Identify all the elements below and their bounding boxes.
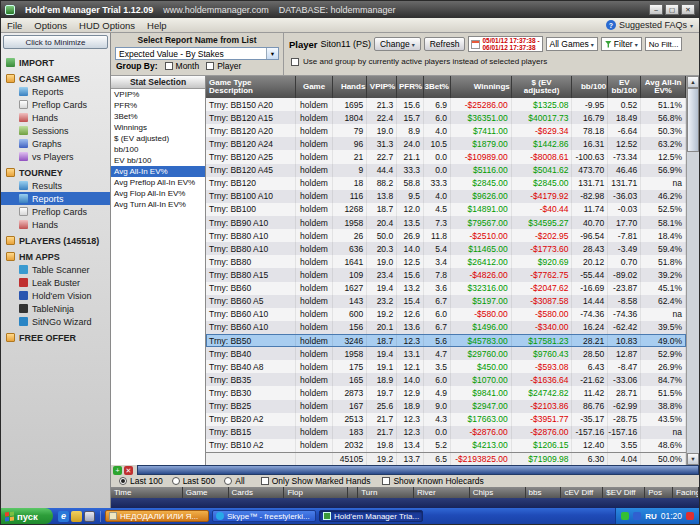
sidebar-section-free-offer[interactable]: FREE OFFER (1, 331, 110, 344)
table-row[interactable]: Trny: BB60 A10holdem15620.113.66.7$1496.… (206, 321, 686, 334)
sidebar-item-sitngo-wizard[interactable]: SitNGo Wizard (1, 315, 110, 328)
stat-item-avg-preflop-all-in-ev[interactable]: Avg Preflop All-In EV% (111, 177, 205, 188)
show-desktop-icon[interactable] (84, 511, 95, 522)
sidebar-item-preflop-cards[interactable]: Preflop Cards (1, 98, 110, 111)
table-row[interactable]: Trny: BB120 A45holdem944.433.30.0$5116.0… (206, 164, 686, 177)
table-row[interactable]: Trny: BB50holdem324618.712.35.6$45783.00… (206, 334, 686, 347)
scroll-up-icon[interactable]: ▲ (687, 76, 699, 88)
table-row[interactable]: Trny: BB100 A10holdem11613.89.54.0$9626.… (206, 190, 686, 203)
column-header-pfr[interactable]: PFR% (397, 76, 424, 98)
tray-network-icon[interactable] (633, 512, 641, 520)
mail-icon[interactable] (71, 511, 82, 522)
checkbox-show-known-holecards[interactable]: Show Known Holecards (382, 476, 483, 486)
hands-column-cev-diff[interactable]: cEV Diff (561, 487, 603, 498)
table-row[interactable]: Trny: BB20 A2holdem251321.712.34.3$17663… (206, 413, 686, 426)
sidebar-item-table-scanner[interactable]: Table Scanner (1, 263, 110, 276)
hands-column-ev-diff[interactable]: $EV Diff (603, 487, 645, 498)
scroll-down-icon[interactable]: ▼ (687, 453, 699, 465)
games-select[interactable]: All Games ▾ (546, 37, 598, 51)
radio-all[interactable]: All (224, 476, 244, 486)
table-row[interactable]: Trny: BB80 A15holdem10923.415.67.8-$4826… (206, 268, 686, 281)
sidebar-item-reports[interactable]: Reports (1, 85, 110, 98)
hands-column-river[interactable]: River (414, 487, 470, 498)
hands-column-pos[interactable]: Pos (645, 487, 673, 498)
table-row[interactable]: Trny: BB80holdem164119.012.53.4$26412.00… (206, 255, 686, 268)
stat-item-vpip[interactable]: VPIP% (111, 89, 205, 100)
column-header-game-type-description[interactable]: Game Type Description (206, 76, 296, 98)
table-row[interactable]: Trny: BB60holdem162719.413.23.6$32316.00… (206, 282, 686, 295)
hands-column-cards[interactable]: Cards (229, 487, 285, 498)
group-by-month-checkbox[interactable]: Month (165, 61, 200, 71)
chevron-down-icon[interactable]: ▼ (266, 48, 278, 59)
stat-item-ev-bb-100[interactable]: EV bb/100 (111, 155, 205, 166)
click-to-minimize-button[interactable]: Click to Minimize (3, 35, 108, 49)
tray-alert-icon[interactable] (686, 512, 694, 520)
checkbox-only-show-marked-hands[interactable]: Only Show Marked Hands (261, 476, 371, 486)
table-row[interactable]: Trny: BB25holdem16725.618.99.0$2947.00-$… (206, 400, 686, 413)
stat-item-bb-100[interactable]: bb/100 (111, 144, 205, 155)
table-row[interactable]: Trny: BB120 A24holdem9631.324.010.5$1879… (206, 137, 686, 150)
table-row[interactable]: Trny: BB80 A10holdem2650.026.911.8-$2510… (206, 229, 686, 242)
menu-options[interactable]: Options (34, 20, 67, 31)
tray-status-icon[interactable] (621, 512, 629, 520)
sidebar-item-preflop-cards[interactable]: Preflop Cards (1, 205, 110, 218)
table-row[interactable]: Trny: BB35holdem16518.914.06.0$1070.00-$… (206, 373, 686, 386)
table-row[interactable]: Trny: BB80 A10holdem63620.314.05.4$11465… (206, 242, 686, 255)
minimize-button[interactable]: – (649, 4, 663, 15)
taskbar-window-skype-freestylerki[interactable]: Skype™ - freestylerki... (212, 510, 316, 522)
table-row[interactable]: Trny: BB120 A20holdem7919.08.94.0$7411.0… (206, 124, 686, 137)
stat-item-avg-all-in-ev[interactable]: Avg All-In EV% (111, 166, 205, 177)
table-row[interactable]: Trny: BB90 A10holdem195820.413.57.3$7956… (206, 216, 686, 229)
sidebar-item-results[interactable]: Results (1, 179, 110, 192)
sidebar-item-hands[interactable]: Hands (1, 218, 110, 231)
sidebar-section-cash-games[interactable]: CASH GAMES (1, 72, 110, 85)
change-player-button[interactable]: Change ▾ (374, 37, 421, 51)
table-row[interactable]: Trny: BB10 A2holdem203219.813.45.2$4213.… (206, 439, 686, 452)
maximize-button[interactable]: ▢ (665, 4, 679, 15)
stat-item-winnings[interactable]: Winnings (111, 122, 205, 133)
sidebar-section-tourney[interactable]: TOURNEY (1, 166, 110, 179)
remove-stat-button[interactable]: ✕ (124, 466, 133, 475)
table-row[interactable]: Trny: BB150 A20holdem169521.315.66.9-$25… (206, 98, 686, 111)
menu-hud-options[interactable]: HUD Options (79, 20, 135, 31)
stat-item-avg-turn-all-in-ev[interactable]: Avg Turn All-In EV% (111, 199, 205, 210)
menu-file[interactable]: File (7, 20, 22, 31)
sidebar-item-tableninja[interactable]: TableNinja (1, 302, 110, 315)
table-row[interactable]: Trny: BB30holdem287319.712.94.9$9841.00$… (206, 386, 686, 399)
vertical-scrollbar[interactable]: ▲ ▼ (686, 76, 699, 465)
refresh-button[interactable]: Refresh (424, 37, 466, 51)
sidebar-item-hold-em-vision[interactable]: Hold'em Vision (1, 289, 110, 302)
radio-last-500[interactable]: Last 500 (172, 476, 216, 486)
taskbar-window-hold-em-manager-tria[interactable]: Hold'em Manager Tria... (319, 510, 423, 522)
table-row[interactable]: Trny: BB120 A15holdem180422.415.76.0$363… (206, 111, 686, 124)
date-range-field[interactable]: 05/01/12 17:37:38 - 06/01/12 17:37:38 (468, 36, 542, 52)
table-row[interactable]: Trny: BB100holdem126818.712.04.5$14891.0… (206, 203, 686, 216)
menu-help[interactable]: Help (147, 20, 167, 31)
add-stat-button[interactable]: + (113, 466, 122, 475)
stat-item-ev-adjusted[interactable]: $ (EV adjusted) (111, 133, 205, 144)
sidebar-item-leak-buster[interactable]: Leak Buster (1, 276, 110, 289)
report-select[interactable]: Expected Value - By Stakes ▼ (115, 47, 279, 60)
column-header-bb-100[interactable]: bb/100 (572, 76, 608, 98)
hands-column-turn[interactable]: Turn (358, 487, 414, 498)
close-button[interactable]: ✕ (681, 4, 695, 15)
hands-column-game[interactable]: Game (183, 487, 229, 498)
table-row[interactable]: Trny: BB60 A10holdem60019.212.66.0-$580.… (206, 308, 686, 321)
sidebar-item-reports[interactable]: Reports (1, 192, 110, 205)
table-row[interactable]: Trny: BB120 A25holdem2122.721.10.0-$1098… (206, 150, 686, 163)
scroll-thumb[interactable] (687, 88, 699, 152)
column-header-game[interactable]: Game (296, 76, 334, 98)
taskbar-window-недодали-или-я[interactable]: НЕДОДАЛИ ИЛИ Я... (105, 510, 209, 522)
hands-column-blank[interactable] (348, 487, 358, 498)
sidebar-section-players-145518[interactable]: PLAYERS (145518) (1, 234, 110, 247)
table-row[interactable]: Trny: BB60 A5holdem14323.215.46.7$5197.0… (206, 295, 686, 308)
filter-select[interactable]: Filter ▾ (601, 37, 642, 51)
radio-last-100[interactable]: Last 100 (119, 476, 163, 486)
suggested-faqs-button[interactable]: ? Suggested FAQs ▾ (606, 20, 693, 30)
column-header-vpip[interactable]: VPIP% (367, 76, 397, 98)
sidebar-item-vs-players[interactable]: vs Players (1, 150, 110, 163)
column-header-winnings[interactable]: Winnings (451, 76, 512, 98)
splitter-bar[interactable] (137, 465, 699, 475)
sidebar-section-import[interactable]: IMPORT (1, 56, 110, 69)
sidebar-section-hm-apps[interactable]: HM APPS (1, 250, 110, 263)
